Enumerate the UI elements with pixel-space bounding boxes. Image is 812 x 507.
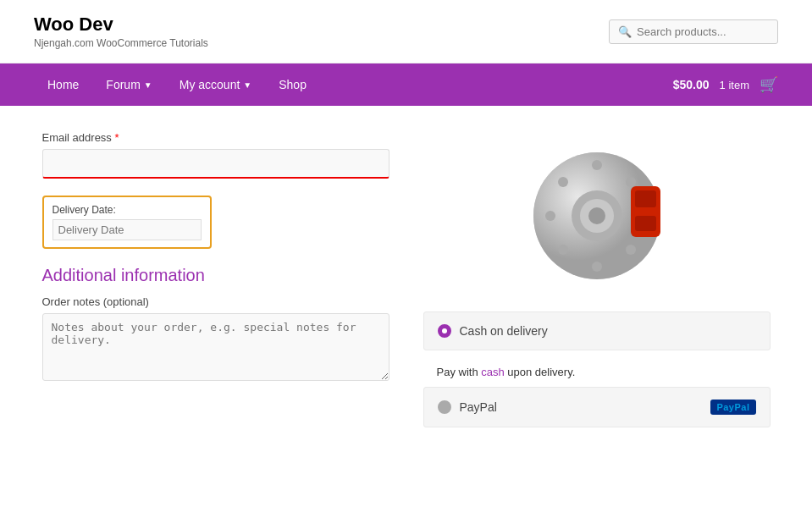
page-wrapper: Email address * Delivery Date: Additiona… (0, 106, 812, 507)
payment-description-cod: Pay with cash upon delivery. (423, 359, 771, 378)
main-content: Email address * Delivery Date: Additiona… (25, 106, 787, 461)
svg-rect-15 (635, 216, 656, 231)
radio-paypal-unselected[interactable] (438, 400, 451, 414)
order-notes-form-group: Order notes (optional) (42, 295, 389, 383)
delivery-date-input[interactable] (52, 219, 202, 240)
svg-point-12 (588, 207, 605, 224)
left-panel: Email address * Delivery Date: Additiona… (42, 131, 389, 436)
search-icon: 🔍 (618, 25, 632, 38)
delivery-date-form-group: Delivery Date: (42, 196, 389, 249)
payment-option-cod[interactable]: Cash on delivery (423, 311, 771, 350)
email-input[interactable] (42, 149, 389, 179)
nav-home[interactable]: Home (34, 63, 92, 106)
radio-cod-selected[interactable] (438, 324, 451, 338)
nav-forum[interactable]: Forum ▼ (92, 63, 165, 106)
payment-option-paypal[interactable]: PayPal PayPal (423, 387, 771, 427)
nav-cart-area: $50.00 1 item 🛒 (673, 75, 778, 94)
site-branding: Woo Dev Njengah.com WooCommerce Tutorial… (34, 14, 208, 49)
nav-myaccount[interactable]: My account ▼ (166, 63, 266, 106)
site-title: Woo Dev (34, 14, 208, 36)
email-label: Email address * (42, 131, 389, 144)
delivery-date-wrapper: Delivery Date: (42, 196, 212, 249)
svg-point-8 (545, 211, 555, 221)
delivery-date-outer-label: Delivery Date: (52, 204, 202, 216)
site-header: Woo Dev Njengah.com WooCommerce Tutorial… (0, 0, 812, 63)
svg-point-6 (592, 262, 602, 272)
search-box[interactable]: 🔍 (609, 19, 778, 44)
svg-point-9 (558, 177, 568, 187)
order-notes-textarea[interactable] (42, 313, 389, 381)
cart-count: 1 item (720, 79, 749, 91)
right-panel: Cash on delivery Pay with cash upon deli… (423, 131, 771, 436)
svg-point-5 (626, 245, 636, 255)
nav-shop[interactable]: Shop (265, 63, 320, 106)
nav-bar: Home Forum ▼ My account ▼ Shop $50.00 1 … (0, 63, 812, 106)
nav-left: Home Forum ▼ My account ▼ Shop (34, 63, 320, 106)
svg-point-3 (626, 177, 636, 187)
order-notes-label: Order notes (optional) (42, 295, 389, 308)
payment-label-cod: Cash on delivery (460, 324, 548, 338)
site-subtitle: Njengah.com WooCommerce Tutorials (34, 37, 208, 49)
cart-amount: $50.00 (673, 78, 710, 91)
myaccount-chevron-icon: ▼ (243, 80, 251, 90)
svg-point-7 (558, 245, 568, 255)
email-required-star: * (115, 131, 119, 144)
svg-point-2 (592, 160, 602, 170)
brake-disc-image (512, 140, 682, 292)
paypal-logo: PayPal (710, 400, 755, 415)
payment-label-paypal: PayPal (460, 400, 497, 414)
email-form-group: Email address * (42, 131, 389, 179)
forum-chevron-icon: ▼ (144, 80, 152, 90)
cart-icon[interactable]: 🛒 (760, 75, 778, 94)
additional-info-title: Additional information (42, 266, 389, 285)
svg-rect-14 (635, 190, 656, 207)
search-input[interactable] (637, 25, 769, 38)
product-image-area (423, 131, 771, 311)
